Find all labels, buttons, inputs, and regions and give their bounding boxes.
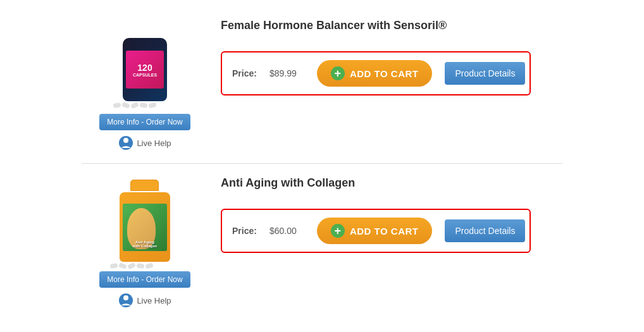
product-image: Anti Agingwith Collagen — [104, 176, 186, 265]
product-left: 120 CAPSULES More Info - Order Now — [82, 19, 208, 151]
pill — [118, 262, 127, 269]
more-info-button[interactable]: More Info - Order Now — [99, 271, 190, 288]
bottle-label: 120 CAPSULES — [126, 51, 164, 89]
product-title: Anti Aging with Collagen — [221, 176, 562, 190]
product-details-button[interactable]: Product Details — [445, 219, 525, 242]
bottle-body: 120 CAPSULES — [123, 38, 167, 101]
svg-point-1 — [123, 138, 128, 143]
product-list: 120 CAPSULES More Info - Order Now — [69, 0, 575, 327]
add-to-cart-label: ADD TO CART — [350, 226, 419, 237]
bottle-image-1: 120 CAPSULES — [120, 25, 170, 101]
pill — [130, 102, 139, 109]
product-left: Anti Agingwith Collagen More Info - — [82, 176, 208, 308]
product-details-button[interactable]: Product Details — [445, 62, 525, 85]
product-item: 120 CAPSULES More Info - Order Now — [82, 6, 562, 164]
bottle-label: Anti Agingwith Collagen — [123, 204, 167, 251]
live-help-label: Live Help — [137, 296, 171, 305]
pill — [127, 262, 136, 269]
add-to-cart-button[interactable]: + ADD TO CART — [317, 218, 433, 244]
bottle-cap — [132, 25, 158, 37]
pill — [109, 263, 118, 269]
svg-point-3 — [123, 295, 128, 300]
live-help-label: Live Help — [137, 138, 171, 148]
pill — [148, 102, 156, 109]
add-to-cart-label: ADD TO CART — [350, 68, 419, 79]
plus-icon: + — [331, 224, 345, 238]
live-help-icon — [118, 135, 133, 151]
product-image: 120 CAPSULES — [104, 19, 186, 108]
pill — [121, 102, 130, 109]
live-help[interactable]: Live Help — [118, 293, 171, 308]
price-label: Price: — [232, 226, 257, 236]
pill — [113, 102, 121, 108]
more-info-button[interactable]: More Info - Order Now — [99, 114, 190, 130]
plus-icon: + — [331, 66, 345, 80]
price-value: $89.99 — [269, 68, 304, 78]
price-action-box: Price: $60.00 + ADD TO CART Product Deta… — [221, 209, 531, 253]
bottle-body: Anti Agingwith Collagen — [120, 192, 170, 262]
product-right: Female Hormone Balancer with Sensoril® P… — [208, 19, 562, 95]
product-item: Anti Agingwith Collagen More Info - — [82, 164, 562, 321]
live-help[interactable]: Live Help — [118, 135, 171, 151]
product-right: Anti Aging with Collagen Price: $60.00 +… — [208, 176, 562, 253]
bottle-image-2: Anti Agingwith Collagen — [116, 180, 173, 262]
pills-area — [113, 103, 156, 108]
bottle-cap — [130, 180, 159, 191]
price-value: $60.00 — [269, 226, 304, 236]
pills-area — [110, 264, 153, 268]
pill — [136, 263, 144, 269]
price-action-box: Price: $89.99 + ADD TO CART Product Deta… — [221, 51, 531, 95]
add-to-cart-button[interactable]: + ADD TO CART — [317, 60, 433, 87]
pill — [139, 102, 147, 108]
pill — [145, 263, 153, 269]
price-label: Price: — [232, 68, 257, 78]
product-title: Female Hormone Balancer with Sensoril® — [221, 19, 562, 32]
live-help-icon — [118, 293, 133, 308]
